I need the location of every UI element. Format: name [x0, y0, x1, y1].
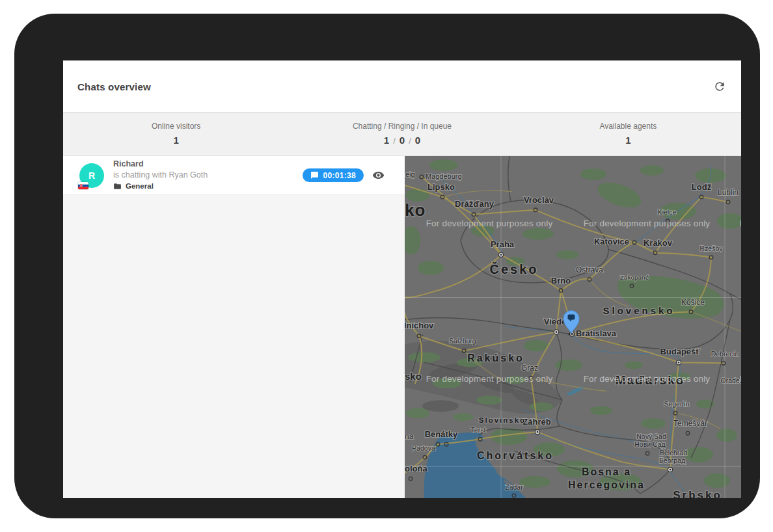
city-label: Zadar — [505, 484, 523, 491]
country-label: Rakúsko — [467, 352, 524, 364]
city-label: Košice — [681, 298, 705, 307]
city-label: Drážďany — [455, 199, 495, 209]
city-label: Padova — [412, 445, 435, 452]
stat-value: 1 — [173, 135, 178, 146]
city-label: eig — [405, 170, 415, 178]
map-watermark: For development purposes only — [740, 374, 741, 384]
city-label: Debrecín — [711, 351, 739, 358]
city-label: Katovice — [594, 237, 629, 246]
city-label: Záhreb — [522, 417, 550, 427]
map-watermark: For development purposes only — [584, 219, 711, 228]
country-label: Slovinsko — [479, 416, 526, 424]
city-label: Kielce — [658, 209, 677, 216]
visitor-map[interactable]: eigMagdeburgLipskoDrážďanyVroclavLodžLub… — [405, 156, 741, 498]
city-label: Temešvár — [673, 419, 707, 428]
stat-value: 1 — [625, 135, 631, 146]
stats-bar: Online visitors 1 Chatting / Ringing / I… — [63, 113, 741, 156]
capital-dot-inner — [500, 254, 502, 256]
city-label: Budapešť — [660, 347, 700, 356]
stat-label: Online visitors — [152, 122, 200, 131]
map-watermark: For development purposes only — [426, 219, 553, 228]
city-label: Rzešov — [699, 245, 723, 252]
city-label: Београд — [659, 457, 685, 464]
city-label: Lublin — [718, 188, 739, 197]
chat-timer: 00:01:38 — [323, 171, 356, 180]
department-label: General — [126, 181, 154, 192]
stat-label: Available agents — [599, 122, 657, 131]
city-label: Zakopané — [620, 274, 649, 281]
city-label: Ostrava — [576, 265, 603, 274]
stat-online-visitors: Online visitors 1 — [63, 113, 289, 155]
stat-label: Chatting / Ringing / In queue — [353, 122, 452, 131]
city-label: Graz — [521, 364, 538, 373]
city-label: Benátky — [425, 429, 458, 439]
city-label: Praha — [491, 239, 515, 249]
city-label: Lipsko — [427, 182, 455, 192]
stat-chatting-ringing-queue: Chatting / Ringing / In queue 1/0/0 — [289, 113, 515, 155]
device-frame: Chats overview Online visitors 1 Chattin… — [14, 14, 760, 518]
city-label: Lodž — [692, 182, 712, 192]
map-watermark: For development purposes only — [740, 219, 741, 228]
chat-department: General — [113, 181, 208, 192]
country-label: ko — [405, 200, 426, 220]
city-label: Terst — [471, 427, 486, 434]
slovakia-flag-icon — [78, 182, 88, 189]
stat-available-agents: Available agents 1 — [515, 113, 741, 155]
chat-actions: 00:01:38 — [303, 168, 385, 182]
chat-timer-badge: 00:01:38 — [303, 168, 364, 182]
preview-chat-button[interactable] — [372, 169, 385, 181]
capital-dot-inner — [537, 431, 539, 433]
city-label: Krakov — [644, 238, 673, 248]
city-label: Mníchov — [405, 321, 434, 331]
panel-header: Chats overview — [63, 60, 741, 113]
city-label: Brno — [551, 276, 571, 286]
visitor-name: Richard — [113, 159, 208, 170]
city-label: Salzburg — [449, 338, 476, 345]
country-label: Hercegovina — [568, 479, 645, 490]
refresh-button[interactable] — [712, 80, 727, 94]
chat-list: R Richard is chatting with Ryan Goth — [63, 156, 405, 498]
page-title: Chats overview — [77, 60, 151, 113]
capital-dot-inner — [556, 331, 558, 333]
city-label: Нови Сад — [634, 441, 665, 448]
avatar-wrap: R — [79, 163, 104, 188]
city-label: Belehrad — [660, 449, 687, 457]
capital-dot-inner — [670, 469, 671, 471]
city-label: Vroclav — [524, 195, 554, 205]
country-label: Slovensko — [603, 305, 675, 316]
city-label: Oradea — [720, 377, 741, 384]
chat-row[interactable]: R Richard is chatting with Ryan Goth — [63, 156, 405, 195]
country-label: Chorvátsko — [477, 450, 554, 461]
map-watermark: For development purposes only — [426, 374, 553, 384]
stat-value: 1/0/0 — [384, 135, 420, 146]
country-label: Bosna a — [582, 466, 631, 477]
content-row: R Richard is chatting with Ryan Goth — [63, 156, 741, 498]
country-label: Srbsko — [673, 489, 722, 498]
city-label: Nový Sad — [636, 433, 666, 440]
eye-icon — [372, 169, 385, 181]
folder-icon — [113, 182, 122, 191]
refresh-icon — [713, 80, 726, 93]
chat-bubble-icon — [310, 171, 319, 180]
city-label: sko — [405, 371, 422, 382]
city-label: na — [405, 432, 414, 441]
capital-dot-inner — [678, 362, 680, 364]
country-label: Česko — [490, 261, 539, 276]
city-label: Magdeburg — [426, 172, 462, 180]
chat-status-text: is chatting with Ryan Goth — [113, 170, 208, 181]
chat-texts: Richard is chatting with Ryan Goth Gener… — [113, 159, 208, 192]
city-label: oloňa — [405, 464, 427, 473]
chats-overview-panel: Chats overview Online visitors 1 Chattin… — [63, 60, 741, 498]
city-label: Segedín — [664, 401, 689, 408]
map-watermark: For development purposes only — [584, 374, 711, 384]
city-label: Bratislava — [576, 328, 617, 338]
